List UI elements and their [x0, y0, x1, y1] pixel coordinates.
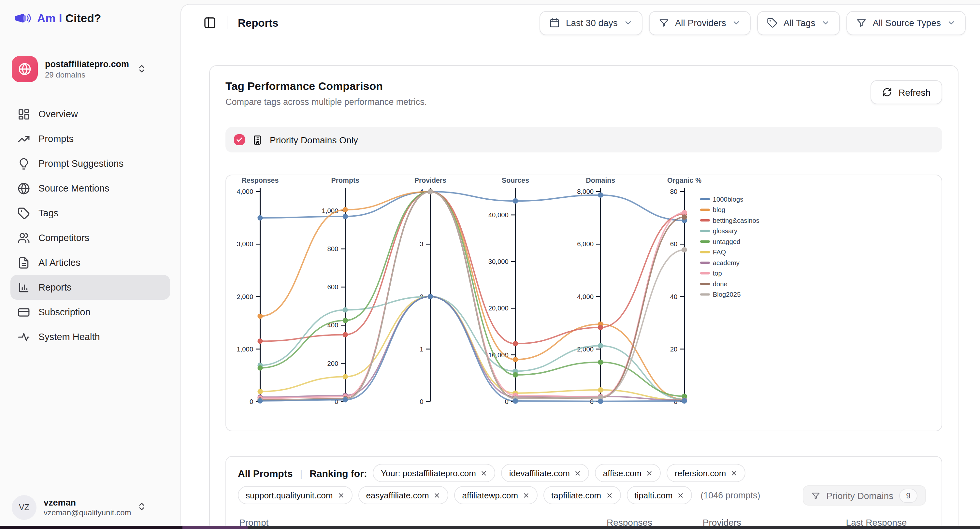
- svg-text:Prompts: Prompts: [331, 176, 360, 184]
- svg-text:1: 1: [420, 346, 423, 353]
- chip-remove-icon[interactable]: [574, 469, 582, 477]
- section-title: Tag Performance Comparison: [226, 80, 942, 93]
- svg-text:600: 600: [328, 283, 339, 291]
- chevron-down-icon: [624, 18, 633, 27]
- user-email: vzeman@qualityunit.com: [44, 508, 131, 517]
- sidebar-item[interactable]: Subscription: [10, 300, 170, 324]
- filter-lead-icon: [856, 17, 867, 28]
- sidebar-nav: Overview Prompts Prompt Suggestions Sour…: [10, 102, 170, 349]
- domain-chip-label: refersion.com: [675, 468, 726, 478]
- chip-remove-icon[interactable]: [677, 491, 684, 499]
- sidebar-item-label: Source Mentions: [38, 183, 110, 194]
- domain-chip[interactable]: easyaffiliate.com: [358, 486, 448, 504]
- sidebar: Am I Cited? postaffiliatepro.com 29 doma…: [0, 0, 180, 529]
- domain-chips-row-2: support.qualityunit.com easyaffiliate.co…: [238, 486, 692, 504]
- app-logo: Am I Cited?: [13, 9, 170, 27]
- domain-chip[interactable]: refersion.com: [667, 464, 746, 482]
- svg-text:top: top: [713, 270, 722, 277]
- domain-chip[interactable]: tipalti.com: [627, 486, 692, 504]
- filter-bar: Last 30 days All Providers All Tags: [540, 11, 966, 35]
- domain-chip-label: tapfiliate.com: [551, 490, 601, 500]
- chevron-down-icon: [947, 18, 956, 27]
- svg-text:800: 800: [328, 245, 339, 253]
- domain-chip[interactable]: affise.com: [595, 464, 661, 482]
- refresh-label: Refresh: [899, 87, 931, 97]
- svg-text:40,000: 40,000: [488, 211, 509, 219]
- chip-remove-icon[interactable]: [646, 469, 653, 477]
- chip-remove-icon[interactable]: [434, 491, 441, 499]
- sidebar-item[interactable]: Source Mentions: [10, 176, 170, 201]
- sidebar-item[interactable]: Tags: [10, 201, 170, 226]
- sidebar-item-icon: [18, 330, 30, 343]
- megaphone-logo-icon: [13, 9, 31, 27]
- domain-chip-label: affiliatewp.com: [462, 490, 519, 500]
- sidebar-item[interactable]: AI Articles: [10, 250, 170, 275]
- priority-checkbox[interactable]: [234, 134, 245, 145]
- chip-remove-icon[interactable]: [480, 469, 488, 477]
- progress-segment-purple: [183, 526, 248, 529]
- chevron-down-icon: [821, 18, 830, 27]
- chip-remove-icon[interactable]: [523, 491, 530, 499]
- sidebar-item-label: System Health: [38, 332, 100, 342]
- sidebar-item[interactable]: Prompts: [10, 126, 170, 151]
- chevron-down-icon: [732, 18, 741, 27]
- svg-text:3: 3: [420, 240, 423, 248]
- chevrons-up-down-icon[interactable]: [137, 502, 146, 512]
- priority-domains-filter-button[interactable]: Priority Domains 9: [803, 485, 926, 505]
- sidebar-item-icon: [18, 256, 30, 269]
- topbar: Reports Last 30 days All Providers: [181, 5, 980, 41]
- avatar: VZ: [12, 495, 37, 520]
- filter-lead-icon: [767, 17, 778, 28]
- refresh-icon: [882, 87, 892, 97]
- sidebar-item[interactable]: System Health: [10, 324, 170, 349]
- svg-text:4,000: 4,000: [237, 188, 253, 195]
- parallel-coordinates-chart: Responses01,0002,0003,0004,000Prompts020…: [226, 175, 942, 431]
- prompt-count-note: (1046 prompts): [700, 490, 760, 500]
- domain-chips-row-1: Your: postaffiliatepro.com idevaffiliate…: [373, 464, 745, 482]
- chip-remove-icon[interactable]: [730, 469, 738, 477]
- sidebar-item-label: Competitors: [38, 233, 89, 243]
- sidebar-item-icon: [18, 182, 30, 194]
- chip-remove-icon[interactable]: [606, 491, 613, 499]
- filter-dropdown[interactable]: All Tags: [757, 11, 840, 35]
- priority-domains-label: Priority Domains: [827, 490, 893, 500]
- sidebar-item[interactable]: Reports: [10, 275, 170, 300]
- svg-text:10,000: 10,000: [488, 351, 509, 359]
- svg-text:80: 80: [670, 188, 678, 195]
- check-icon: [236, 136, 243, 143]
- svg-text:20,000: 20,000: [488, 305, 509, 312]
- sidebar-item[interactable]: Prompt Suggestions: [10, 151, 170, 176]
- filter-dropdown[interactable]: All Source Types: [846, 11, 966, 35]
- domain-chip[interactable]: tapfiliate.com: [543, 486, 620, 504]
- bottom-progress-bar: [0, 526, 980, 529]
- svg-text:2,000: 2,000: [237, 293, 253, 300]
- svg-text:Responses: Responses: [242, 176, 278, 184]
- priority-domains-toggle-row: Priority Domains Only: [226, 127, 942, 153]
- svg-text:1,000: 1,000: [237, 346, 253, 353]
- filter-dropdown[interactable]: Last 30 days: [540, 11, 643, 35]
- svg-text:done: done: [713, 280, 727, 288]
- domain-chip-label: support.qualityunit.com: [246, 490, 332, 500]
- domain-chip-label: easyaffiliate.com: [366, 490, 429, 500]
- chip-remove-icon[interactable]: [337, 491, 344, 499]
- domain-chip[interactable]: Your: postaffiliatepro.com: [373, 464, 496, 482]
- sidebar-item-icon: [18, 157, 30, 170]
- filter-dropdown[interactable]: All Providers: [649, 11, 751, 35]
- sidebar-item[interactable]: Competitors: [10, 226, 170, 250]
- sidebar-item-label: Tags: [38, 208, 58, 218]
- svg-text:0: 0: [420, 398, 423, 405]
- chevrons-up-down-icon[interactable]: [137, 64, 146, 74]
- ranking-for-label: Ranking for:: [310, 467, 367, 478]
- domain-chip[interactable]: idevaffiliate.com: [501, 464, 589, 482]
- sidebar-item-label: Overview: [38, 109, 78, 119]
- sidebar-item[interactable]: Overview: [10, 102, 170, 126]
- user-menu[interactable]: VZ vzeman vzeman@qualityunit.com: [12, 495, 170, 520]
- sidebar-toggle-icon[interactable]: [203, 16, 216, 29]
- refresh-button[interactable]: Refresh: [870, 80, 942, 104]
- svg-text:Sources: Sources: [502, 176, 529, 184]
- project-selector[interactable]: postaffiliatepro.com 29 domains: [12, 56, 170, 82]
- all-prompts-label: All Prompts: [238, 467, 293, 478]
- domain-chip[interactable]: affiliatewp.com: [455, 486, 538, 504]
- domain-chip[interactable]: support.qualityunit.com: [238, 486, 352, 504]
- progress-segment-dark: [0, 526, 183, 529]
